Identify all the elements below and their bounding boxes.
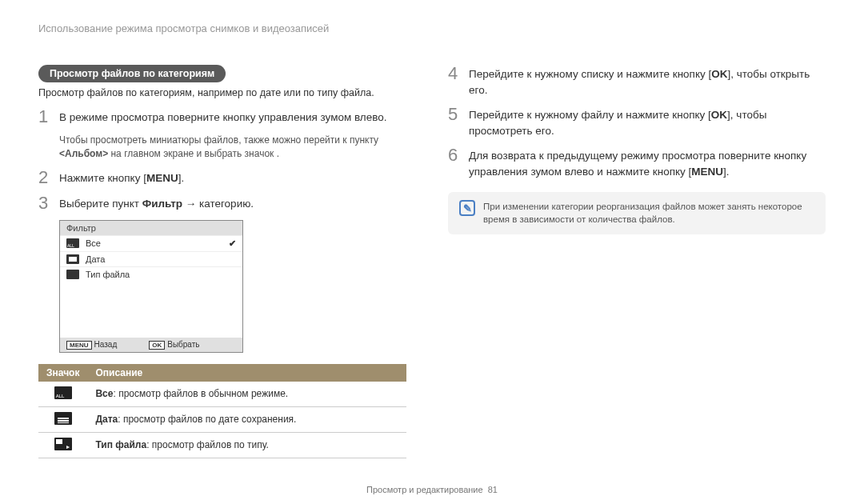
substep-text-a: Чтобы просмотреть миниатюры файлов, такж… [59, 134, 378, 146]
calendar-icon [54, 412, 72, 425]
step-6: 6 Для возврата к предыдущему режиму прос… [448, 146, 826, 179]
step-1-substep: Чтобы просмотреть миниатюры файлов, такж… [59, 134, 416, 161]
step-5: 5 Перейдите к нужному файлу и нажмите кн… [448, 106, 826, 138]
table-row: Тип файла: просмотр файлов по типу. [38, 432, 406, 458]
screenshot-row-date: Дата [60, 251, 242, 266]
step-number: 4 [448, 65, 461, 82]
footer-section: Просмотр и редактирование [366, 485, 483, 494]
legend-desc: : просмотр файлов в обычном режиме. [113, 388, 288, 399]
step-3-text-b: → категорию. [182, 198, 254, 210]
substep-bold: <Альбом> [59, 148, 108, 159]
right-column: 4 Перейдите к нужному списку и нажмите к… [448, 57, 826, 458]
row-label: Тип файла [86, 270, 130, 279]
step-number: 5 [448, 106, 461, 123]
menu-key-icon: MENU [66, 341, 92, 350]
step-number: 1 [38, 108, 51, 126]
legend-header-desc: Описание [87, 364, 406, 382]
step-2-text-b: ]. [178, 172, 185, 184]
page-header-breadcrumb: Использование режима просмотра снимков и… [0, 0, 864, 34]
back-label: Назад [94, 340, 118, 349]
page-number: 81 [488, 485, 498, 494]
step-1: 1 В режиме просмотра поверните кнопку уп… [38, 108, 416, 126]
info-note: ✎ При изменении категории реорганизация … [448, 192, 826, 234]
row-label: Дата [86, 254, 105, 264]
filetype-icon [66, 270, 79, 279]
menu-button-label: MENU [146, 172, 178, 184]
step-6-text-a: Для возврата к предыдущему режиму просмо… [469, 150, 806, 178]
step-2: 2 Нажмите кнопку [MENU]. [38, 169, 416, 186]
page-footer: Просмотр и редактирование 81 [0, 485, 864, 494]
step-3-text-a: Выберите пункт [59, 198, 142, 210]
legend-term: Дата [95, 414, 118, 425]
screenshot-row-all: Все ✔ [60, 235, 242, 251]
legend-header-icon: Значок [38, 364, 87, 382]
row-label: Все [86, 238, 101, 248]
note-text: При изменении категории реорганизация фа… [483, 200, 814, 226]
step-number: 2 [38, 169, 51, 186]
legend-term: Тип файла [95, 439, 146, 450]
step-4-body: Перейдите к нужному списку и нажмите кно… [469, 65, 826, 98]
legend-term: Все [95, 388, 113, 399]
step-5-body: Перейдите к нужному файлу и нажмите кноп… [469, 106, 826, 138]
ok-button-label: OK [711, 68, 727, 80]
legend-desc: : просмотр файлов по типу. [146, 439, 269, 450]
screenshot-footer: MENUНазад OKВыбрать [60, 338, 242, 352]
section-title-pill: Просмотр файлов по категориям [38, 65, 226, 82]
menu-button-label: MENU [691, 166, 723, 178]
step-5-text-a: Перейдите к нужному файлу и нажмите кноп… [469, 109, 711, 121]
table-row: Дата: просмотр файлов по дате сохранения… [38, 406, 406, 432]
step-3-bold: Фильтр [142, 198, 182, 210]
step-4-text-a: Перейдите к нужному списку и нажмите кно… [469, 68, 711, 80]
screenshot-row-type: Тип файла [60, 266, 242, 282]
left-column: Просмотр файлов по категориям Просмотр ф… [38, 57, 416, 458]
select-label: Выбрать [167, 340, 199, 349]
ok-button-label: OK [711, 109, 727, 121]
substep-text-c: на главном экране и выбрать значок . [108, 148, 279, 159]
step-number: 6 [448, 146, 461, 164]
step-2-text-a: Нажмите кнопку [ [59, 172, 146, 184]
step-6-text-b: ]. [723, 166, 730, 178]
calendar-icon [66, 254, 79, 264]
filter-menu-screenshot: Фильтр Все ✔ Дата Тип файла MENUНазад OK… [59, 220, 243, 353]
all-icon [66, 238, 79, 248]
checkmark-icon: ✔ [229, 238, 236, 249]
step-3: 3 Выберите пункт Фильтр → категорию. [38, 194, 416, 212]
step-number: 3 [38, 194, 51, 212]
ok-key-icon: OK [149, 341, 165, 350]
table-row: Все: просмотр файлов в обычном режиме. [38, 382, 406, 407]
step-2-body: Нажмите кнопку [MENU]. [59, 169, 416, 186]
info-icon: ✎ [459, 200, 475, 216]
all-icon [54, 386, 72, 399]
intro-text: Просмотр файлов по категориям, например … [38, 87, 416, 98]
step-4: 4 Перейдите к нужному списку и нажмите к… [448, 65, 826, 98]
filetype-icon [54, 438, 72, 450]
step-3-body: Выберите пункт Фильтр → категорию. [59, 194, 416, 212]
icon-legend-table: Значок Описание Все: просмотр файлов в о… [38, 364, 406, 458]
legend-desc: : просмотр файлов по дате сохранения. [118, 414, 296, 425]
step-1-body: В режиме просмотра поверните кнопку упра… [59, 108, 416, 126]
step-6-body: Для возврата к предыдущему режиму просмо… [469, 146, 826, 179]
screenshot-title: Фильтр [60, 221, 242, 235]
